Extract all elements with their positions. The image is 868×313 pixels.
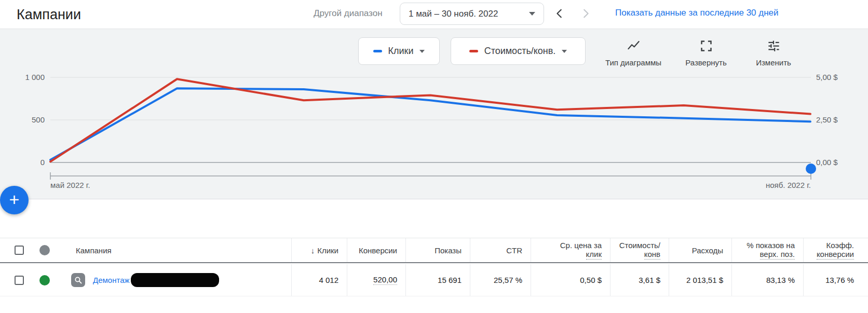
search-campaign-type-badge — [71, 273, 85, 287]
top-impression-share-column-header[interactable]: % показов на верх. поз. — [731, 238, 803, 262]
fullscreen-icon — [699, 39, 713, 53]
show-last-30-days-link[interactable]: Показать данные за последние 30 дней — [615, 8, 779, 18]
status-enabled-dot[interactable] — [39, 275, 50, 285]
table-row: Демонтаж 4 012 520,00 15 691 25,57 % 0,5… — [0, 264, 868, 296]
campaign-column-header: Кампания — [0, 238, 291, 262]
chart-edit-button[interactable]: Изменить — [740, 39, 807, 67]
impressions-value: 15 691 — [405, 264, 470, 296]
date-range-selector[interactable]: 1 май – 30 нояб. 2022 — [400, 3, 544, 25]
chart-edit-label: Изменить — [756, 58, 791, 67]
line-chart-icon — [627, 39, 641, 53]
page-title: Кампании — [17, 7, 81, 23]
cost-line — [50, 79, 810, 161]
magnifier-icon — [74, 276, 83, 284]
x-axis-label-start: май 2022 г. — [50, 181, 90, 189]
avg-cpc-value: 0,50 $ — [531, 264, 610, 296]
plus-icon: + — [9, 190, 20, 208]
top-impression-share-value: 83,13 % — [731, 264, 803, 296]
status-column-header-icon[interactable] — [39, 245, 50, 255]
chevron-down-icon — [419, 50, 425, 53]
impressions-column-header[interactable]: Показы — [405, 238, 470, 262]
custom-range-label: Другой диапазон — [314, 8, 383, 19]
metric-selector-clicks[interactable]: Клики — [358, 37, 440, 65]
clicks-value: 4 012 — [291, 264, 347, 296]
y-right-tick-0: 0,00 $ — [816, 158, 838, 167]
select-all-checkbox[interactable] — [15, 246, 24, 255]
chart-type-button[interactable]: Тип диаграммы — [600, 39, 667, 67]
redacted-campaign-name — [131, 273, 219, 287]
table-toolbar: 1 Статус кампании: Включено Добавить фил… — [0, 199, 868, 238]
sort-descending-icon: ↓ — [311, 246, 315, 255]
date-range-value: 1 май – 30 нояб. 2022 — [409, 9, 529, 19]
cost-per-conv-column-header[interactable]: Стоимость/ конв — [610, 238, 669, 262]
y-left-tick-1000: 1 000 — [3, 73, 45, 81]
ctr-column-header[interactable]: CTR — [470, 238, 531, 262]
y-right-tick-5: 5,00 $ — [816, 73, 838, 81]
chart-expand-label: Развернуть — [685, 58, 727, 67]
avg-cpc-column-header[interactable]: Ср. цена за клик — [531, 238, 610, 262]
chevron-left-icon — [554, 8, 565, 19]
add-campaign-fab[interactable]: + — [0, 186, 29, 214]
ctr-value: 25,57 % — [470, 264, 531, 296]
table-header-row: Кампания ↓ Клики Конверсии Показы CTR Ср… — [0, 238, 868, 263]
conversion-rate-column-header[interactable]: Коэфф. конверсии — [803, 238, 868, 262]
y-left-tick-0: 0 — [3, 158, 45, 167]
chevron-down-icon — [562, 50, 567, 53]
conversions-value: 520,00 — [347, 264, 405, 296]
tune-sliders-icon — [767, 39, 781, 53]
chevron-down-icon — [529, 12, 535, 16]
google-ads-campaigns-page: Кампании Другой диапазон 1 май – 30 нояб… — [0, 0, 868, 313]
cost-value: 2 013,51 $ — [669, 264, 731, 296]
chart-type-label: Тип диаграммы — [605, 58, 661, 67]
metric-clicks-label: Клики — [388, 46, 414, 57]
clicks-column-header[interactable]: ↓ Клики — [291, 238, 347, 262]
conversions-column-header[interactable]: Конверсии — [347, 238, 405, 262]
next-period-button[interactable] — [575, 3, 596, 24]
row-checkbox[interactable] — [15, 276, 24, 285]
conversion-rate-value: 13,76 % — [803, 264, 868, 296]
cost-column-header[interactable]: Расходы — [669, 238, 731, 262]
metric-dash-clicks — [373, 50, 382, 52]
campaign-name-link[interactable]: Демонтаж — [93, 276, 130, 284]
clicks-line — [50, 88, 810, 160]
previous-period-button[interactable] — [549, 3, 570, 24]
x-axis-label-end: нояб. 2022 г. — [728, 181, 811, 189]
chevron-right-icon — [580, 8, 591, 19]
metric-selector-cost-per-conv[interactable]: Стоимость/конв. — [451, 37, 586, 65]
campaign-cell: Демонтаж — [0, 264, 291, 296]
y-right-tick-2-50: 2,50 $ — [816, 115, 838, 124]
metric-dash-cost — [469, 50, 478, 52]
cost-per-conv-value: 3,61 $ — [610, 264, 669, 296]
metric-cost-label: Стоимость/конв. — [484, 46, 556, 57]
y-left-tick-500: 500 — [3, 115, 45, 124]
chart-range-slider-handle[interactable] — [806, 164, 816, 174]
campaign-header-label[interactable]: Кампания — [76, 246, 112, 255]
top-bar: Кампании Другой диапазон 1 май – 30 нояб… — [0, 0, 868, 29]
chart-expand-button[interactable]: Развернуть — [672, 39, 740, 67]
